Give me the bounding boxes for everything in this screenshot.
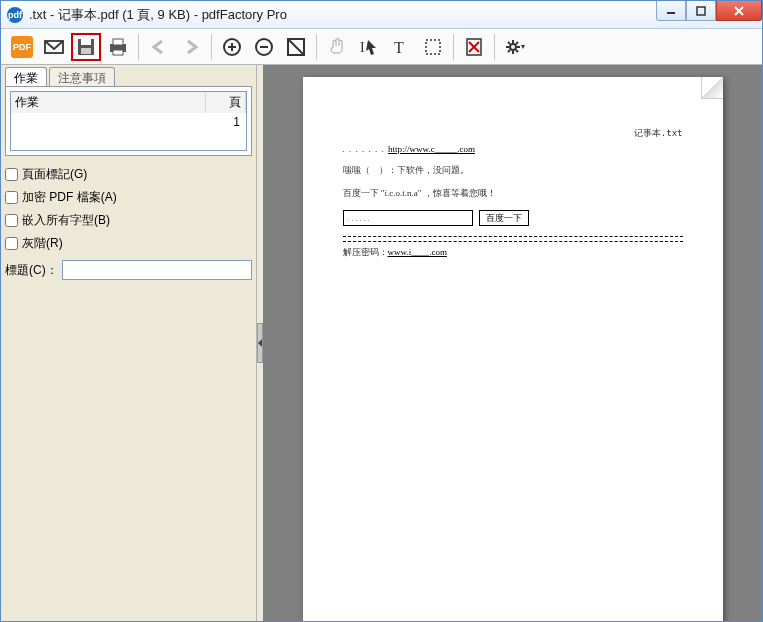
svg-line-30 (516, 50, 518, 52)
text-tool-button[interactable]: T (386, 33, 416, 61)
minimize-button[interactable] (656, 1, 686, 21)
arrow-right-icon (181, 37, 201, 57)
svg-text:T: T (394, 39, 404, 56)
svg-rect-6 (81, 39, 91, 45)
gear-icon (504, 36, 526, 58)
save-icon (75, 36, 97, 58)
text-icon: T (391, 37, 411, 57)
svg-line-29 (508, 42, 510, 44)
svg-line-17 (288, 39, 304, 55)
settings-button[interactable] (500, 33, 530, 61)
marquee-button[interactable] (418, 33, 448, 61)
window-title: .txt - 记事本.pdf (1 頁, 9 KB) - pdfFactory … (29, 6, 656, 24)
fit-icon (285, 36, 307, 58)
doc-filename: 记事本.txt (343, 127, 683, 140)
print-icon (107, 36, 129, 58)
svg-rect-1 (697, 7, 705, 15)
titlebar: pdf .txt - 记事本.pdf (1 頁, 9 KB) - pdfFact… (1, 1, 762, 29)
forward-button[interactable] (176, 33, 206, 61)
checkbox-page-mark[interactable] (5, 168, 18, 181)
svg-rect-7 (81, 48, 91, 54)
doc-line-3: 百度一下 "i.c.o.t.n.a" ，惊喜等着您哦！ (343, 187, 683, 200)
cursor-text-icon: I (358, 36, 380, 58)
option-page-mark[interactable]: 頁面標記(G) (5, 166, 252, 183)
mail-icon (43, 36, 65, 58)
svg-line-31 (508, 50, 510, 52)
save-button[interactable] (71, 33, 101, 61)
checkbox-embed-fonts[interactable] (5, 214, 18, 227)
doc-search-button: 百度一下 (479, 210, 529, 226)
svg-text:I: I (360, 40, 365, 55)
doc-line-1: . . . . . . . http://www.c_____.com (343, 144, 683, 154)
checkbox-encrypt[interactable] (5, 191, 18, 204)
pdf-page: 记事本.txt . . . . . . . http://www.c_____.… (303, 77, 723, 621)
col-header-page[interactable]: 頁 (206, 92, 246, 113)
svg-marker-33 (258, 339, 262, 347)
svg-rect-10 (113, 50, 123, 55)
preview-area[interactable]: 记事本.txt . . . . . . . http://www.c_____.… (263, 65, 762, 621)
splitter-grip-icon[interactable] (257, 323, 263, 363)
hand-tool-button[interactable] (322, 33, 352, 61)
zoom-out-button[interactable] (249, 33, 279, 61)
option-encrypt[interactable]: 加密 PDF 檔案(A) (5, 189, 252, 206)
doc-search-box: . . . . . . (343, 210, 473, 226)
svg-rect-9 (113, 39, 123, 45)
tab-notes[interactable]: 注意事項 (49, 67, 115, 87)
svg-line-32 (516, 42, 518, 44)
hand-icon (327, 37, 347, 57)
title-input[interactable] (62, 260, 252, 280)
close-button[interactable] (716, 1, 762, 21)
toolbar: PDF I (1, 29, 762, 65)
checkbox-grayscale[interactable] (5, 237, 18, 250)
svg-point-24 (510, 44, 516, 50)
doc-line-2: 嗤嗤（ ）：下软件，没问题。 (343, 164, 683, 177)
maximize-button[interactable] (686, 1, 716, 21)
table-row[interactable]: 1 (11, 113, 246, 131)
pdf-button[interactable]: PDF (7, 33, 37, 61)
back-button[interactable] (144, 33, 174, 61)
title-label: 標題(C)： (5, 262, 58, 279)
tab-job[interactable]: 作業 (5, 67, 47, 87)
option-embed-fonts[interactable]: 嵌入所有字型(B) (5, 212, 252, 229)
marquee-icon (423, 37, 443, 57)
svg-rect-20 (426, 40, 440, 54)
arrow-left-icon (149, 37, 169, 57)
pdf-icon: PDF (11, 36, 33, 58)
splitter[interactable] (257, 65, 263, 621)
print-button[interactable] (103, 33, 133, 61)
fit-button[interactable] (281, 33, 311, 61)
app-icon: pdf (7, 7, 23, 23)
delete-page-icon (463, 36, 485, 58)
job-list[interactable]: 作業 頁 1 (10, 91, 247, 151)
mail-button[interactable] (39, 33, 69, 61)
zoom-out-icon (253, 36, 275, 58)
zoom-in-icon (221, 36, 243, 58)
col-header-name[interactable]: 作業 (11, 92, 206, 113)
option-grayscale[interactable]: 灰階(R) (5, 235, 252, 252)
delete-page-button[interactable] (459, 33, 489, 61)
zoom-in-button[interactable] (217, 33, 247, 61)
doc-line-4: 解压密码：www.i____.com (343, 246, 683, 259)
text-select-button[interactable]: I (354, 33, 384, 61)
page-corner-icon (701, 77, 723, 99)
left-panel: 作業 注意事項 作業 頁 1 頁面標記(G) 加密 PDF 檔案(A) (1, 65, 257, 621)
